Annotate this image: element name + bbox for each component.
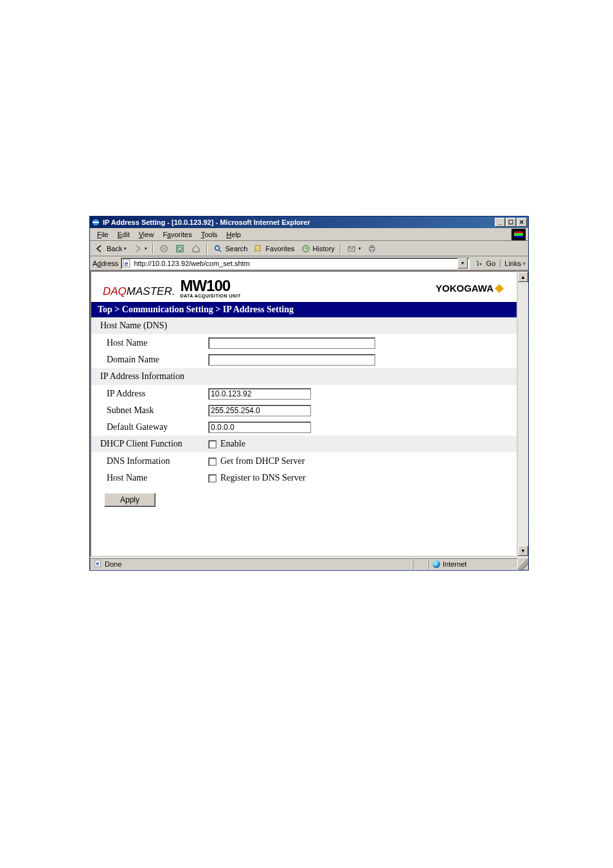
forward-icon (132, 244, 143, 254)
address-label: Address (93, 260, 118, 267)
ip-address-label: IP Address (107, 389, 208, 399)
vertical-scrollbar[interactable]: ▲ ▼ (518, 270, 528, 557)
mw100-logo: MW100 DATA ACQUISITION UNIT (180, 278, 241, 298)
address-input[interactable] (134, 260, 457, 267)
svg-point-3 (215, 245, 220, 250)
ie-icon (91, 218, 100, 227)
forward-button[interactable]: ▾ (130, 242, 149, 255)
host-name2-label: Host Name (107, 473, 208, 483)
zone-text: Internet (443, 560, 466, 568)
search-button[interactable]: Search (211, 242, 249, 255)
host-name-input[interactable] (208, 337, 375, 349)
close-button[interactable]: ✕ (517, 218, 527, 227)
breadcrumb: Top > Communication Setting > IP Address… (91, 302, 517, 317)
ie-throbber-icon (511, 229, 526, 240)
back-icon (94, 244, 105, 254)
separator (152, 243, 154, 254)
section-ip-info: IP Address Information (91, 368, 517, 385)
breadcrumb-comm[interactable]: Communication Setting (122, 305, 213, 314)
separator (206, 243, 208, 254)
chevron-right-icon: » (522, 260, 526, 267)
maximize-button[interactable]: ☐ (506, 218, 516, 227)
home-button[interactable] (189, 242, 203, 255)
page-header: DAQMASTER. MW100 DATA ACQUISITION UNIT Y… (91, 272, 517, 302)
subnet-mask-input[interactable] (208, 405, 311, 416)
scroll-track[interactable] (518, 282, 528, 545)
resize-grip[interactable] (518, 558, 528, 570)
apply-button[interactable]: Apply (104, 493, 155, 507)
status-bar: e Done Internet (90, 557, 528, 570)
go-label: Go (486, 260, 496, 267)
menu-help[interactable]: Help (222, 229, 245, 240)
dns-get-label: Get from DHCP Server (220, 456, 305, 466)
refresh-button[interactable] (173, 242, 187, 255)
history-button[interactable]: History (299, 242, 337, 255)
favorites-label: Favorites (265, 245, 294, 252)
toolbar: Back ▾ ▾ Search Favorites History (90, 241, 528, 256)
default-gateway-label: Default Gateway (107, 422, 208, 432)
history-label: History (313, 245, 335, 252)
scroll-down-button[interactable]: ▼ (518, 545, 528, 556)
page-icon: e (123, 259, 132, 268)
dropdown-icon: ▾ (124, 246, 127, 251)
print-button[interactable] (365, 242, 379, 255)
address-dropdown-button[interactable]: ▾ (458, 258, 468, 269)
domain-name-label: Domain Name (107, 355, 208, 365)
go-icon (474, 258, 484, 269)
yokogawa-logo: YOKOGAWA (436, 283, 502, 294)
dhcp-enable-label: Enable (220, 439, 245, 449)
menu-file[interactable]: File (93, 229, 113, 240)
scroll-up-button[interactable]: ▲ (518, 272, 528, 282)
breadcrumb-top[interactable]: Top (98, 305, 112, 314)
menu-edit[interactable]: Edit (113, 229, 134, 240)
dropdown-icon: ▾ (359, 246, 361, 251)
status-zone: Internet (428, 558, 518, 570)
dns-get-checkbox[interactable] (208, 457, 217, 466)
section-host-dns: Host Name (DNS) (91, 317, 517, 335)
go-button[interactable]: Go (472, 257, 498, 270)
status-main: e Done (90, 558, 413, 570)
mail-icon (346, 244, 357, 254)
home-icon (191, 244, 201, 254)
dns-info-label: DNS Information (107, 456, 208, 466)
address-bar: Address e ▾ Go Links » (90, 256, 528, 270)
stop-button[interactable] (157, 242, 171, 255)
register-dns-label: Register to DNS Server (220, 473, 306, 483)
refresh-icon (175, 244, 185, 254)
breadcrumb-current: IP Address Setting (223, 305, 294, 314)
address-input-wrap: e ▾ (121, 258, 469, 269)
default-gateway-input[interactable] (208, 421, 311, 433)
ip-address-input[interactable] (208, 388, 311, 400)
stop-icon (159, 244, 169, 254)
status-text: Done (105, 560, 121, 568)
window-title: IP Address Setting - [10.0.123.92] - Mic… (103, 218, 495, 226)
back-label: Back (107, 245, 122, 252)
menu-bar: File Edit View Favorites Tools Help (90, 228, 528, 241)
menu-favorites[interactable]: Favorites (158, 229, 196, 240)
back-button[interactable]: Back ▾ (93, 242, 129, 255)
print-icon (367, 244, 377, 254)
register-dns-checkbox[interactable] (208, 474, 217, 483)
mail-button[interactable]: ▾ (344, 242, 363, 255)
dhcp-enable-checkbox[interactable] (208, 440, 217, 448)
history-icon (301, 244, 311, 254)
menu-tools[interactable]: Tools (197, 229, 222, 240)
links-button[interactable]: Links » (500, 260, 526, 267)
menu-view[interactable]: View (134, 229, 159, 240)
domain-name-input[interactable] (208, 354, 375, 366)
search-label: Search (225, 245, 247, 252)
dropdown-icon: ▾ (145, 246, 147, 251)
page-icon: e (94, 560, 102, 569)
svg-text:e: e (96, 560, 100, 567)
svg-rect-8 (371, 250, 373, 252)
separator (340, 243, 341, 254)
host-name-label: Host Name (107, 338, 208, 348)
globe-icon (432, 560, 440, 568)
links-label: Links (504, 260, 521, 267)
minimize-button[interactable]: _ (495, 218, 505, 227)
favorites-button[interactable]: Favorites (251, 242, 296, 255)
diamond-icon (495, 283, 504, 292)
browser-window: IP Address Setting - [10.0.123.92] - Mic… (89, 216, 529, 571)
title-bar: IP Address Setting - [10.0.123.92] - Mic… (90, 217, 528, 228)
section-dhcp-client: DHCP Client Function Enable (91, 436, 517, 453)
